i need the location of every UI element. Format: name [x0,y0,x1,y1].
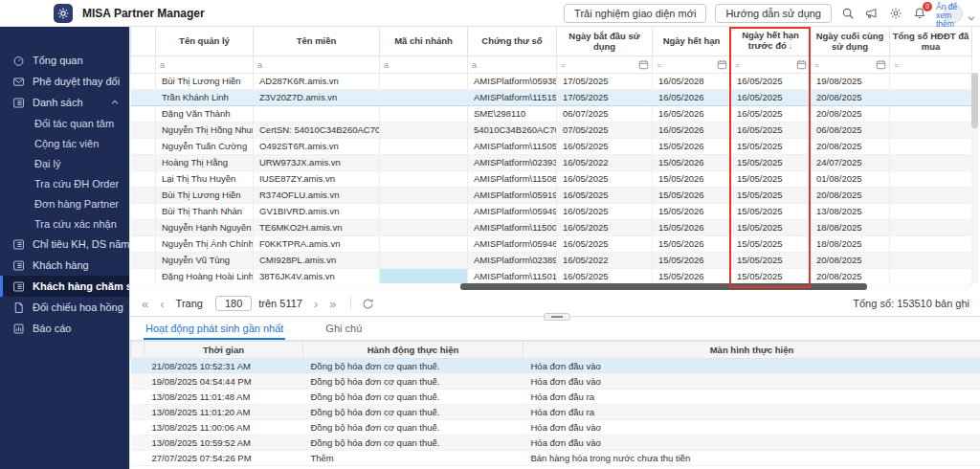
cell-cert[interactable]: AMISPlatform\115005 [468,219,557,235]
cell-branch[interactable] [380,154,468,170]
cell-manager[interactable]: Nguyễn Hạnh Nguyên [156,219,254,235]
cell-expire[interactable]: 15/05/2026 [653,252,731,268]
cell-prev_expire[interactable]: 16/05/2025 [731,73,811,89]
activity-row[interactable]: 13/08/2025 11:01:48 AMĐồng bộ hóa đơn cơ… [131,390,980,405]
sidebar-item[interactable]: Chỉ tiêu KH, DS năm [0,234,129,255]
cell-last_use[interactable]: 01/08/2025 [811,170,890,187]
cell-total[interactable] [890,203,972,219]
account-menu[interactable]: Ấn để xem thêm [936,1,974,26]
cell-last_use[interactable]: 20/08/2025 [811,89,890,105]
cell-sel[interactable] [131,73,156,89]
filter-cell-manager[interactable]: a [156,56,254,73]
table-row[interactable]: Bùi Thị Thanh NhànGV1BIVRD.amis.vnAMISPl… [131,203,972,219]
cell-domain[interactable]: AD287K6R.amis.vn [254,73,380,89]
activity-cell-blank[interactable] [131,359,145,374]
equals-filter-icon[interactable]: = [657,60,661,70]
activity-cell-blank[interactable] [131,420,145,436]
filter-cell-domain[interactable]: a [254,56,380,73]
cell-expire[interactable]: 15/05/2026 [653,203,731,219]
cell-sel[interactable] [131,203,156,219]
cell-last_use[interactable]: 20/08/2025 [811,105,890,122]
activity-cell-time[interactable]: 13/08/2025 11:01:20 AM [145,405,303,420]
table-row[interactable]: Nguyễn Hạnh NguyênTE6MKO2H.amis.vnAMISPl… [131,219,972,235]
table-row[interactable]: Trần Khánh LinhZ3V20Z7D.amis.vnAMISPlatf… [131,89,972,105]
activity-cell-action[interactable]: Đồng bộ hóa đơn cơ quan thuế. [303,436,523,451]
cell-total[interactable] [890,73,972,89]
tab-recent-activity[interactable]: Hoạt động phát sinh gần nhất [144,323,285,340]
cell-total[interactable] [890,235,972,252]
cell-prev_expire[interactable]: 15/05/2025 [731,219,811,235]
cell-total[interactable] [890,89,972,105]
activity-cell-action[interactable]: Thêm [303,451,523,466]
cell-last_use[interactable]: 20/08/2025 [811,187,890,203]
cell-prev_expire[interactable]: 15/05/2025 [731,138,811,154]
activity-cell-time[interactable]: 13/08/2025 11:00:06 AM [145,420,303,436]
equals-filter-icon[interactable]: = [561,60,566,70]
sidebar-item[interactable]: Đối chiếu hoa hồng [0,297,129,318]
cell-manager[interactable]: Trần Khánh Linh [156,89,254,105]
cell-branch[interactable] [380,170,468,187]
last-page-button[interactable]: » [329,298,336,310]
cell-cert[interactable]: AMISPlatform\115150 [468,89,557,105]
activity-cell-action[interactable]: Đồng bộ hóa đơn cơ quan thuế. [303,390,523,405]
cell-last_use[interactable]: 06/08/2025 [811,122,890,138]
cell-expire[interactable]: 15/05/2026 [653,138,731,154]
sidebar-item[interactable]: Báo cáo [0,318,129,339]
cell-prev_expire[interactable]: 16/05/2025 [731,105,811,122]
table-row[interactable]: Đặng Văn ThànhSME\29811006/07/202516/05/… [131,105,972,122]
cell-cert[interactable]: AMISPlatform\115015 [468,268,557,284]
cell-branch[interactable] [380,203,468,219]
cell-start[interactable]: 06/07/2025 [557,105,653,122]
column-header-manager[interactable]: Tên quản lý [156,27,254,56]
table-row[interactable]: Đặng Hoàng Hoài Linh38T6JK4V.amis.vnAMIS… [131,268,972,284]
cell-last_use[interactable]: 20/08/2025 [811,268,890,284]
cell-branch[interactable] [380,89,468,105]
cell-domain[interactable]: CMI928PL.amis.vn [254,252,380,268]
sidebar-item[interactable]: Tra cứu xác nhận [0,213,129,234]
sidebar-item[interactable]: Đơn hàng Partner [0,193,129,213]
equals-filter-icon[interactable]: = [735,60,740,70]
horizontal-scrollbar-thumb[interactable] [460,283,867,290]
cell-start[interactable]: 16/05/2022 [557,252,653,268]
calendar-icon[interactable] [796,59,807,70]
cell-expire[interactable]: 16/05/2026 [653,122,731,138]
text-filter-icon[interactable]: a [257,60,262,70]
filter-cell-prev_expire[interactable]: = [731,56,811,73]
filter-cell-start[interactable]: = [557,56,653,73]
cell-domain[interactable]: TE6MKO2H.amis.vn [254,219,380,235]
equals-filter-icon[interactable]: = [814,60,819,70]
column-header-total[interactable]: Tổng số HĐĐT đã mua [890,27,972,56]
cell-domain[interactable]: O492ST6R.amis.vn [254,138,380,154]
cell-start[interactable]: 07/05/2025 [557,122,653,138]
table-row[interactable]: Hoàng Thị HằngURW973JX.amis.vnAMISPlatfo… [131,154,972,170]
cell-last_use[interactable]: 24/07/2025 [811,154,890,170]
equals-filter-icon[interactable]: = [894,60,899,70]
cell-expire[interactable]: 16/05/2026 [653,89,731,105]
cell-sel[interactable] [131,122,156,138]
cell-manager[interactable]: Nguyễn Vũ Tùng [156,252,254,268]
cell-manager[interactable]: Bùi Thị Lương Hiền [156,187,254,203]
cell-total[interactable] [890,219,972,235]
cell-prev_expire[interactable]: 15/05/2025 [731,154,811,170]
activity-cell-screen[interactable]: Hóa đơn đầu vào [523,359,980,374]
cell-domain[interactable]: URW973JX.amis.vn [254,154,380,170]
gear-icon[interactable] [888,6,903,21]
cell-domain[interactable] [254,105,380,122]
cell-cert[interactable]: 54010C34B260AC70F... [468,122,557,138]
cell-manager[interactable]: Hoàng Thị Hằng [156,154,254,170]
table-row[interactable]: Bùi Thị Lương HiềnAD287K6R.amis.vnAMISPl… [131,73,972,89]
cell-branch[interactable] [380,187,468,203]
activity-cell-time[interactable]: 13/08/2025 10:59:52 AM [145,436,303,451]
cell-domain[interactable]: R374OFLU.amis.vn [254,187,380,203]
sidebar-item[interactable]: Cộng tác viên [0,133,129,153]
cell-branch[interactable] [380,219,468,235]
cell-branch[interactable] [380,235,468,252]
sidebar-item[interactable]: Đối tác quan tâm [0,113,129,133]
cell-start[interactable]: 16/05/2025 [557,138,653,154]
cell-start[interactable]: 16/05/2025 [557,219,653,235]
cell-manager[interactable]: Bùi Thị Lương Hiền [156,73,254,89]
cell-manager[interactable]: Bùi Thị Thanh Nhàn [156,203,254,219]
cell-sel[interactable] [131,252,156,268]
cell-total[interactable] [890,105,972,122]
cell-cert[interactable]: AMISPlatform\023930 [468,154,557,170]
